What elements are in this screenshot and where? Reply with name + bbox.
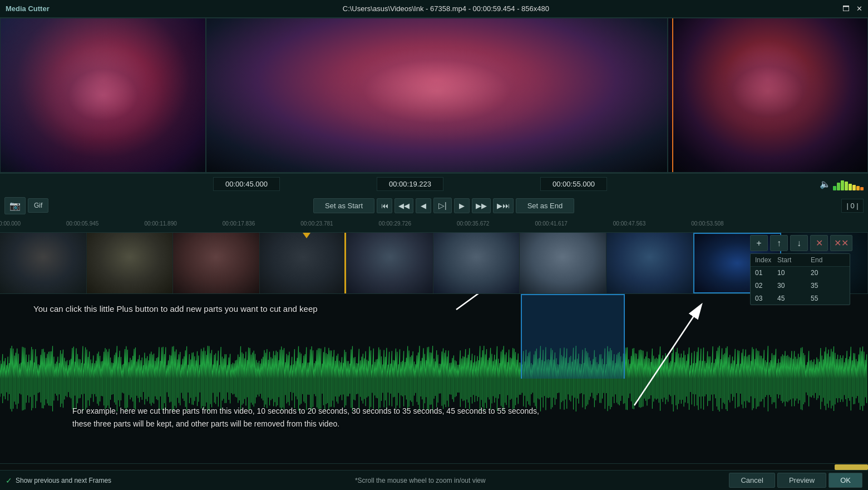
volume-icon[interactable]: 🔈 bbox=[820, 179, 831, 189]
close-button[interactable]: ✕ bbox=[856, 4, 862, 13]
col-index: Index bbox=[755, 256, 777, 264]
volume-bars bbox=[833, 177, 864, 190]
center-frame bbox=[206, 18, 667, 172]
time-center: 00:00:19.223 bbox=[377, 177, 443, 191]
row1-start: 10 bbox=[777, 269, 811, 277]
clear-segments-button[interactable]: ✕✕ bbox=[830, 235, 852, 251]
thumb-2 bbox=[173, 233, 260, 293]
left-video-panel[interactable] bbox=[0, 18, 206, 173]
row3-end: 55 bbox=[811, 295, 844, 302]
waveform-svg bbox=[0, 294, 868, 463]
col-start: Start bbox=[777, 256, 811, 264]
scrollbar-thumb[interactable] bbox=[835, 464, 868, 470]
timeline-tracks[interactable]: You can click this little Plus button to… bbox=[0, 233, 868, 470]
time-bar: 00:00:45.000 00:00:19.223 00:00:55.000 🔈 bbox=[0, 174, 868, 194]
remove-segment-button[interactable]: ✕ bbox=[810, 235, 828, 251]
window-title: C:\Users\asus\Videos\Ink - 67358.mp4 - 0… bbox=[343, 4, 549, 13]
ok-button[interactable]: OK bbox=[828, 473, 862, 488]
row2-index: 02 bbox=[755, 282, 777, 290]
thumb-3 bbox=[260, 233, 347, 293]
camera-button[interactable]: 📷 bbox=[4, 197, 26, 214]
preview-area bbox=[0, 18, 868, 174]
checkmark-icon: ✓ bbox=[6, 476, 12, 485]
row1-index: 01 bbox=[755, 269, 777, 277]
minimize-button[interactable]: 🗖 bbox=[842, 4, 850, 13]
volume-area: 🔈 bbox=[820, 177, 864, 190]
frame-counter: | 0 | bbox=[841, 199, 864, 213]
table-row[interactable]: 01 10 20 bbox=[751, 267, 850, 280]
bottom-bar: ✓ Show previous and next Frames *Scroll … bbox=[0, 470, 868, 490]
table-row[interactable]: 02 30 35 bbox=[751, 280, 850, 292]
thumb-6 bbox=[520, 233, 606, 293]
thumb-5 bbox=[433, 233, 520, 293]
right-panel: + ↑ ↓ ✕ ✕✕ Index Start End 01 10 20 bbox=[746, 233, 868, 307]
thumb-7 bbox=[606, 233, 693, 293]
thumb-1 bbox=[87, 233, 174, 293]
timeline-ruler: 00:00:00.00000:00:05.94500:00:11.89000:0… bbox=[0, 217, 868, 233]
waveform-selection bbox=[521, 294, 625, 379]
nav-prev-button[interactable]: ◀◀ bbox=[394, 198, 413, 213]
right-video-panel[interactable] bbox=[668, 18, 868, 173]
thumb-0 bbox=[0, 233, 87, 293]
gif-button[interactable]: Gif bbox=[28, 198, 48, 213]
right-frame bbox=[668, 18, 867, 172]
add-segment-button[interactable]: + bbox=[750, 235, 768, 251]
right-indicator bbox=[672, 18, 673, 172]
window-controls: 🗖 ✕ bbox=[842, 4, 862, 13]
nav-fwd-button[interactable]: ▶ bbox=[454, 198, 470, 213]
titlebar: Media Cutter C:\Users\asus\Videos\Ink - … bbox=[0, 0, 868, 18]
bottom-buttons: Cancel Preview OK bbox=[729, 473, 862, 488]
nav-prev-prev-button[interactable]: ⏮ bbox=[377, 198, 392, 213]
col-end: End bbox=[811, 256, 844, 264]
set-start-button[interactable]: Set as Start bbox=[313, 198, 374, 213]
preview-button[interactable]: Preview bbox=[777, 473, 826, 488]
thumbnail-strip bbox=[0, 233, 868, 294]
time-right: 00:00:55.000 bbox=[540, 177, 607, 191]
timeline-container: 00:00:00.00000:00:05.94500:00:11.89000:0… bbox=[0, 217, 868, 470]
segments-table: Index Start End 01 10 20 02 30 35 bbox=[750, 253, 850, 305]
controls-bar: 📷 Gif Set as Start ⏮ ◀◀ ◀ ▷| ▶ ▶▶ ▶⏭ Set… bbox=[0, 194, 868, 217]
center-video-panel[interactable] bbox=[206, 18, 668, 173]
thumb-4 bbox=[347, 233, 433, 293]
scroll-hint: *Scroll the mouse wheel to zoom in/out v… bbox=[355, 477, 486, 484]
left-frame bbox=[1, 18, 205, 172]
nav-back-button[interactable]: ◀ bbox=[416, 198, 431, 213]
segment-controls: + ↑ ↓ ✕ ✕✕ bbox=[750, 235, 864, 251]
cancel-button[interactable]: Cancel bbox=[729, 473, 775, 488]
move-up-button[interactable]: ↑ bbox=[770, 235, 788, 251]
row1-end: 20 bbox=[811, 269, 844, 277]
set-end-button[interactable]: Set as End bbox=[516, 198, 575, 213]
table-row[interactable]: 03 45 55 bbox=[751, 292, 850, 305]
app-title: Media Cutter bbox=[6, 4, 50, 13]
waveform-area: You can click this little Plus button to… bbox=[0, 294, 868, 463]
main-area: 00:00:45.000 00:00:19.223 00:00:55.000 🔈… bbox=[0, 18, 868, 490]
row2-start: 30 bbox=[777, 282, 811, 290]
show-frames-label: Show previous and next Frames bbox=[16, 477, 111, 484]
show-frames-control[interactable]: ✓ Show previous and next Frames bbox=[6, 476, 111, 485]
nav-next-next-button[interactable]: ▶⏭ bbox=[493, 198, 514, 213]
row3-start: 45 bbox=[777, 295, 811, 302]
time-left: 00:00:45.000 bbox=[213, 177, 280, 191]
row2-end: 35 bbox=[811, 282, 844, 290]
row3-index: 03 bbox=[755, 295, 777, 302]
timeline-scrollbar[interactable] bbox=[0, 463, 868, 470]
play-button[interactable]: ▷| bbox=[433, 198, 452, 213]
nav-next-button[interactable]: ▶▶ bbox=[472, 198, 491, 213]
move-down-button[interactable]: ↓ bbox=[790, 235, 808, 251]
table-header: Index Start End bbox=[751, 254, 850, 267]
